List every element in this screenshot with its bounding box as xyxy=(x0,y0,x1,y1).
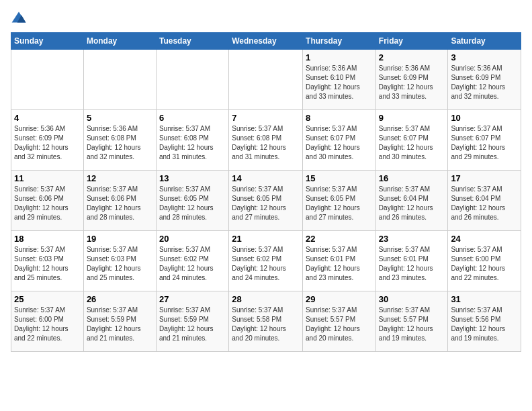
day-number: 23 xyxy=(379,234,445,244)
day-info: Sunrise: 5:37 AM Sunset: 5:56 PM Dayligh… xyxy=(451,306,518,343)
day-number: 4 xyxy=(14,113,81,123)
day-info: Sunrise: 5:37 AM Sunset: 6:00 PM Dayligh… xyxy=(451,245,518,283)
day-info: Sunrise: 5:37 AM Sunset: 6:06 PM Dayligh… xyxy=(87,185,153,222)
calendar-day-cell: 9Sunrise: 5:37 AM Sunset: 6:07 PM Daylig… xyxy=(375,110,448,171)
calendar-day-cell: 19Sunrise: 5:37 AM Sunset: 6:03 PM Dayli… xyxy=(83,231,156,291)
day-number: 11 xyxy=(14,173,81,183)
day-number: 17 xyxy=(451,173,518,183)
day-info: Sunrise: 5:37 AM Sunset: 6:07 PM Dayligh… xyxy=(451,124,518,162)
calendar-week-row: 1Sunrise: 5:36 AM Sunset: 6:10 PM Daylig… xyxy=(11,50,521,110)
day-info: Sunrise: 5:37 AM Sunset: 6:04 PM Dayligh… xyxy=(379,185,445,222)
day-number: 26 xyxy=(87,294,153,304)
day-number: 20 xyxy=(159,234,226,244)
day-number: 5 xyxy=(87,113,153,123)
calendar-day-cell: 10Sunrise: 5:37 AM Sunset: 6:07 PM Dayli… xyxy=(448,110,521,171)
calendar-day-cell: 11Sunrise: 5:37 AM Sunset: 6:06 PM Dayli… xyxy=(11,171,84,231)
day-info: Sunrise: 5:37 AM Sunset: 6:01 PM Dayligh… xyxy=(306,245,373,283)
day-number: 29 xyxy=(306,294,373,304)
calendar-table: SundayMondayTuesdayWednesdayThursdayFrid… xyxy=(11,32,521,352)
calendar-day-cell: 15Sunrise: 5:37 AM Sunset: 6:05 PM Dayli… xyxy=(303,171,376,231)
calendar-day-cell: 29Sunrise: 5:37 AM Sunset: 5:57 PM Dayli… xyxy=(303,291,376,352)
day-number: 12 xyxy=(87,173,153,183)
calendar-day-cell: 12Sunrise: 5:37 AM Sunset: 6:06 PM Dayli… xyxy=(83,171,156,231)
calendar-week-row: 25Sunrise: 5:37 AM Sunset: 6:00 PM Dayli… xyxy=(11,291,521,352)
day-number: 30 xyxy=(379,294,445,304)
calendar-body: 1Sunrise: 5:36 AM Sunset: 6:10 PM Daylig… xyxy=(11,50,521,352)
calendar-day-cell: 30Sunrise: 5:37 AM Sunset: 5:57 PM Dayli… xyxy=(375,291,448,352)
day-info: Sunrise: 5:36 AM Sunset: 6:09 PM Dayligh… xyxy=(379,64,445,101)
day-info: Sunrise: 5:37 AM Sunset: 6:07 PM Dayligh… xyxy=(379,124,445,162)
day-number: 15 xyxy=(306,173,373,183)
calendar-day-cell: 18Sunrise: 5:37 AM Sunset: 6:03 PM Dayli… xyxy=(11,231,84,291)
calendar-day-cell: 17Sunrise: 5:37 AM Sunset: 6:04 PM Dayli… xyxy=(448,171,521,231)
day-info: Sunrise: 5:37 AM Sunset: 6:07 PM Dayligh… xyxy=(306,124,373,162)
day-number: 21 xyxy=(232,234,300,244)
calendar-day-cell: 28Sunrise: 5:37 AM Sunset: 5:58 PM Dayli… xyxy=(229,291,303,352)
day-number: 16 xyxy=(379,173,445,183)
day-info: Sunrise: 5:37 AM Sunset: 6:04 PM Dayligh… xyxy=(451,185,518,222)
day-number: 31 xyxy=(451,294,518,304)
calendar-day-cell: 22Sunrise: 5:37 AM Sunset: 6:01 PM Dayli… xyxy=(303,231,376,291)
calendar-day-cell: 27Sunrise: 5:37 AM Sunset: 5:59 PM Dayli… xyxy=(156,291,228,352)
calendar-day-cell xyxy=(11,50,84,110)
calendar-day-cell: 6Sunrise: 5:37 AM Sunset: 6:08 PM Daylig… xyxy=(156,110,228,171)
day-info: Sunrise: 5:37 AM Sunset: 6:06 PM Dayligh… xyxy=(14,185,81,222)
day-info: Sunrise: 5:37 AM Sunset: 6:02 PM Dayligh… xyxy=(159,245,226,283)
calendar-day-cell: 21Sunrise: 5:37 AM Sunset: 6:02 PM Dayli… xyxy=(229,231,303,291)
day-number: 27 xyxy=(159,294,226,304)
calendar-week-row: 11Sunrise: 5:37 AM Sunset: 6:06 PM Dayli… xyxy=(11,171,521,231)
calendar-day-cell: 24Sunrise: 5:37 AM Sunset: 6:00 PM Dayli… xyxy=(448,231,521,291)
day-number: 28 xyxy=(232,294,300,304)
weekday-header-cell: Monday xyxy=(83,33,156,50)
day-info: Sunrise: 5:37 AM Sunset: 6:05 PM Dayligh… xyxy=(159,185,226,222)
day-info: Sunrise: 5:37 AM Sunset: 6:01 PM Dayligh… xyxy=(379,245,445,283)
calendar-day-cell: 7Sunrise: 5:37 AM Sunset: 6:08 PM Daylig… xyxy=(229,110,303,171)
calendar-day-cell: 16Sunrise: 5:37 AM Sunset: 6:04 PM Dayli… xyxy=(375,171,448,231)
calendar-day-cell: 25Sunrise: 5:37 AM Sunset: 6:00 PM Dayli… xyxy=(11,291,84,352)
day-info: Sunrise: 5:37 AM Sunset: 6:08 PM Dayligh… xyxy=(232,124,300,162)
day-info: Sunrise: 5:36 AM Sunset: 6:09 PM Dayligh… xyxy=(451,64,518,101)
weekday-header-cell: Thursday xyxy=(303,33,376,50)
day-info: Sunrise: 5:36 AM Sunset: 6:09 PM Dayligh… xyxy=(14,124,81,162)
day-info: Sunrise: 5:37 AM Sunset: 5:59 PM Dayligh… xyxy=(87,306,153,343)
calendar-day-cell: 3Sunrise: 5:36 AM Sunset: 6:09 PM Daylig… xyxy=(448,50,521,110)
day-number: 25 xyxy=(14,294,81,304)
calendar-day-cell xyxy=(83,50,156,110)
day-number: 7 xyxy=(232,113,300,123)
calendar-day-cell xyxy=(156,50,228,110)
day-info: Sunrise: 5:36 AM Sunset: 6:10 PM Dayligh… xyxy=(306,64,373,101)
calendar-day-cell: 1Sunrise: 5:36 AM Sunset: 6:10 PM Daylig… xyxy=(303,50,376,110)
weekday-header-cell: Wednesday xyxy=(229,33,303,50)
calendar-day-cell: 5Sunrise: 5:36 AM Sunset: 6:08 PM Daylig… xyxy=(83,110,156,171)
calendar-day-cell: 14Sunrise: 5:37 AM Sunset: 6:05 PM Dayli… xyxy=(229,171,303,231)
calendar-day-cell xyxy=(229,50,303,110)
day-info: Sunrise: 5:37 AM Sunset: 5:57 PM Dayligh… xyxy=(379,306,445,343)
day-info: Sunrise: 5:37 AM Sunset: 6:08 PM Dayligh… xyxy=(159,124,226,162)
calendar-day-cell: 23Sunrise: 5:37 AM Sunset: 6:01 PM Dayli… xyxy=(375,231,448,291)
day-number: 13 xyxy=(159,173,226,183)
day-info: Sunrise: 5:36 AM Sunset: 6:08 PM Dayligh… xyxy=(87,124,153,162)
day-info: Sunrise: 5:37 AM Sunset: 6:05 PM Dayligh… xyxy=(232,185,300,222)
calendar-day-cell: 4Sunrise: 5:36 AM Sunset: 6:09 PM Daylig… xyxy=(11,110,84,171)
weekday-header-cell: Sunday xyxy=(11,33,84,50)
day-number: 1 xyxy=(306,52,373,62)
day-number: 22 xyxy=(306,234,373,244)
day-number: 6 xyxy=(159,113,226,123)
day-number: 3 xyxy=(451,52,518,62)
day-number: 14 xyxy=(232,173,300,183)
day-info: Sunrise: 5:37 AM Sunset: 5:58 PM Dayligh… xyxy=(232,306,300,343)
day-number: 18 xyxy=(14,234,81,244)
calendar-day-cell: 31Sunrise: 5:37 AM Sunset: 5:56 PM Dayli… xyxy=(448,291,521,352)
day-number: 2 xyxy=(379,52,445,62)
weekday-header-cell: Tuesday xyxy=(156,33,228,50)
calendar-day-cell: 26Sunrise: 5:37 AM Sunset: 5:59 PM Dayli… xyxy=(83,291,156,352)
day-info: Sunrise: 5:37 AM Sunset: 5:57 PM Dayligh… xyxy=(306,306,373,343)
calendar-week-row: 18Sunrise: 5:37 AM Sunset: 6:03 PM Dayli… xyxy=(11,231,521,291)
calendar-week-row: 4Sunrise: 5:36 AM Sunset: 6:09 PM Daylig… xyxy=(11,110,521,171)
day-info: Sunrise: 5:37 AM Sunset: 6:03 PM Dayligh… xyxy=(87,245,153,283)
day-number: 24 xyxy=(451,234,518,244)
weekday-header-cell: Saturday xyxy=(448,33,521,50)
calendar-day-cell: 20Sunrise: 5:37 AM Sunset: 6:02 PM Dayli… xyxy=(156,231,228,291)
day-info: Sunrise: 5:37 AM Sunset: 6:05 PM Dayligh… xyxy=(306,185,373,222)
day-number: 8 xyxy=(306,113,373,123)
